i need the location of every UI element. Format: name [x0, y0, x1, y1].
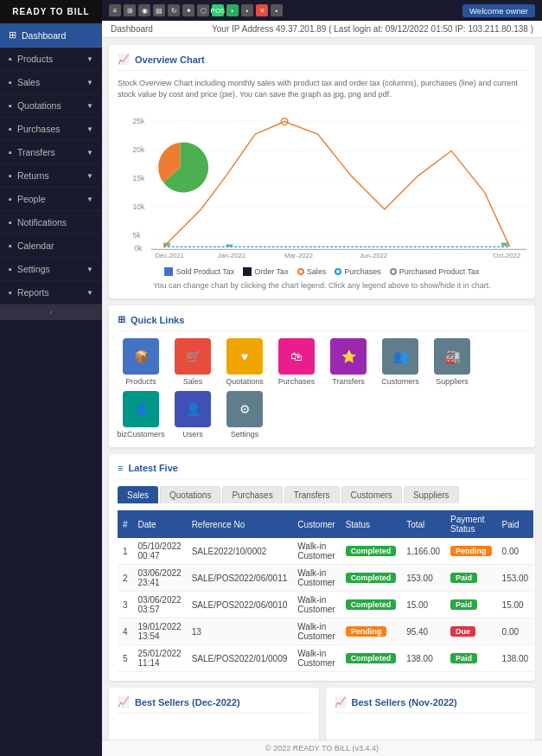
latest-five-table: # Date Reference No Customer Status Tota… — [118, 510, 533, 672]
legend-purchased-product-tax[interactable]: Purchased Product Tax — [390, 267, 480, 276]
svg-text:0k: 0k — [134, 244, 143, 253]
topbar-icon-11[interactable]: ▪ — [271, 4, 283, 16]
topbar-icon-8[interactable]: ▪ — [226, 4, 239, 16]
tab-customers[interactable]: Customers — [341, 486, 402, 503]
topbar-icon-3[interactable]: ◉ — [138, 4, 150, 16]
col-date: Date — [133, 510, 187, 538]
quick-link-sales[interactable]: 🛒 Sales — [169, 338, 216, 386]
quick-link-products[interactable]: 📦 Products — [118, 338, 164, 386]
sidebar-item-label: Purchases — [17, 124, 61, 134]
legend-sold-product-tax[interactable]: Sold Product Tax — [164, 267, 234, 276]
cell-customer: Walk-in Customer — [292, 538, 340, 565]
legend-order-tax[interactable]: Order Tax — [243, 267, 288, 276]
sidebar-item-sales[interactable]: ▪ Sales ▼ — [0, 71, 102, 94]
cell-status: Completed — [341, 565, 402, 592]
quick-link-quotations-icon: ♥ — [226, 338, 263, 375]
quick-link-suppliers[interactable]: 🏭 Suppliers — [429, 338, 475, 386]
topbar-icon-1[interactable]: ≡ — [109, 4, 121, 16]
sidebar-item-notifications[interactable]: ▪ Notifications — [0, 211, 102, 234]
col-num: # — [118, 510, 133, 538]
tab-transfers[interactable]: Transfers — [284, 486, 340, 503]
quick-links-grid: 📦 Products 🛒 Sales ♥ Quotations 🛍 Purcha… — [118, 338, 526, 439]
cell-date: 05/10/2022 00:47 — [133, 538, 187, 565]
quick-link-users[interactable]: 👤 Users — [169, 391, 216, 439]
sidebar-item-label: Reports — [17, 287, 49, 298]
legend-circle-ppt — [390, 268, 397, 275]
cell-num: 5 — [118, 645, 133, 672]
cell-status: Pending — [341, 618, 402, 645]
legend-sales[interactable]: Sales — [297, 267, 327, 276]
cell-payment-status: Paid — [445, 565, 497, 592]
tab-suppliers[interactable]: Suppliers — [404, 486, 459, 503]
svg-text:Dec-2021: Dec-2021 — [155, 252, 183, 259]
chart-legend: Sold Product Tax Order Tax Sales Purchas… — [118, 267, 526, 276]
quick-link-purchases[interactable]: 🛍 Purchases — [273, 338, 320, 386]
sidebar-item-settings[interactable]: ▪ Settings ▼ — [0, 258, 102, 281]
sales-icon: ▪ — [9, 77, 12, 87]
topbar-icon-4[interactable]: ▤ — [153, 4, 165, 16]
latest-five-tabs: Sales Quotations Purchases Transfers Cus… — [118, 486, 526, 503]
quick-link-quotations[interactable]: ♥ Quotations — [221, 338, 268, 386]
best-sellers-row: 📈 Best Sellers (Dec-2022) 📈 Best Sellers… — [109, 688, 535, 740]
sidebar-item-label: Quotations — [17, 100, 61, 111]
svg-rect-14 — [501, 243, 508, 247]
svg-text:Mar-2022: Mar-2022 — [284, 252, 313, 259]
sidebar-item-products[interactable]: ▪ Products ▼ — [0, 48, 102, 71]
sidebar-item-dashboard[interactable]: ⊞ Dashboard — [0, 23, 102, 48]
best-sellers-nov-card: 📈 Best Sellers (Nov-2022) — [326, 688, 536, 740]
sidebar-item-label: Notifications — [17, 217, 67, 227]
cell-paid: 153.00 — [497, 565, 534, 592]
col-customer: Customer — [292, 510, 340, 538]
topbar-icon-10[interactable]: ✕ — [256, 4, 268, 16]
chart-description: Stock Overview Chart including monthly s… — [118, 78, 526, 99]
chevron-down-icon: ▼ — [86, 195, 93, 203]
payment-badge: Paid — [450, 599, 477, 610]
settings-icon: ▪ — [9, 264, 12, 274]
calendar-icon: ▪ — [9, 240, 12, 251]
quick-link-biz-customers[interactable]: 👤 bizCustomers — [118, 391, 164, 439]
sidebar-item-calendar[interactable]: ▪ Calendar — [0, 234, 102, 258]
cell-payment-status: Paid — [445, 645, 497, 672]
cell-ref: SALE/POS2022/06/0011 — [187, 565, 293, 592]
chart-area: 25k 20k 15k 10k 5k 0k — [118, 106, 526, 262]
sidebar-item-quotations[interactable]: ▪ Quotations ▼ — [0, 94, 102, 118]
cell-num: 3 — [118, 592, 133, 618]
sidebar-item-label: Calendar — [17, 240, 54, 251]
cell-total: 138.00 — [401, 645, 445, 672]
sidebar-item-reports[interactable]: ▪ Reports ▼ — [0, 281, 102, 304]
sidebar-item-label: Products — [17, 54, 53, 64]
status-badge: Completed — [346, 546, 397, 556]
quick-link-transfers[interactable]: ⭐ Transfers — [325, 338, 372, 386]
topbar-icon-5[interactable]: ↻ — [168, 4, 180, 16]
ip-info: Your IP Address 49.37.201.89 ( Last logi… — [212, 24, 533, 34]
quick-link-settings[interactable]: ⚙ Settings — [221, 391, 268, 439]
cell-total: 95.40 — [401, 618, 445, 645]
legend-purchases[interactable]: Purchases — [335, 267, 381, 276]
sidebar-item-returns[interactable]: ▪ Returns ▼ — [0, 164, 102, 188]
cell-payment-status: Due — [445, 618, 497, 645]
cell-status: Completed — [341, 645, 402, 672]
cell-customer: Walk-in Customer — [292, 565, 340, 592]
quick-link-customers-icon: 👥 — [382, 338, 418, 375]
sidebar-item-transfers[interactable]: ▪ Transfers ▼ — [0, 141, 102, 164]
quick-link-purchases-icon: 🛍 — [278, 338, 315, 375]
topbar-icon-9[interactable]: ▪ — [241, 4, 253, 16]
tab-purchases[interactable]: Purchases — [222, 486, 282, 503]
content-area: 📈 Overview Chart Stock Overview Chart in… — [102, 38, 542, 740]
topbar-icon-pos[interactable]: POS — [212, 4, 224, 16]
latest-five-card: ≡ Latest Five Sales Quotations Purchases… — [109, 454, 535, 681]
svg-text:Jan-2022: Jan-2022 — [218, 252, 245, 259]
cell-num: 2 — [118, 565, 133, 592]
sidebar-collapse-button[interactable]: ‹ — [0, 304, 102, 320]
topbar-icon-2[interactable]: ⊞ — [124, 4, 136, 16]
sidebar-item-purchases[interactable]: ▪ Purchases ▼ — [0, 118, 102, 141]
topbar-icon-7[interactable]: ⬡ — [197, 4, 209, 16]
quick-link-customers[interactable]: 👥 Customers — [377, 338, 424, 386]
sidebar-item-label: Dashboard — [22, 30, 66, 41]
sidebar-item-people[interactable]: ▪ People ▼ — [0, 188, 102, 211]
tab-sales[interactable]: Sales — [118, 486, 158, 503]
quick-links-icon: ⊞ — [118, 314, 125, 325]
topbar-icon-6[interactable]: ✦ — [182, 4, 194, 16]
best-sellers-dec-title: Best Sellers (Dec-2022) — [135, 697, 240, 708]
tab-quotations[interactable]: Quotations — [160, 486, 220, 503]
